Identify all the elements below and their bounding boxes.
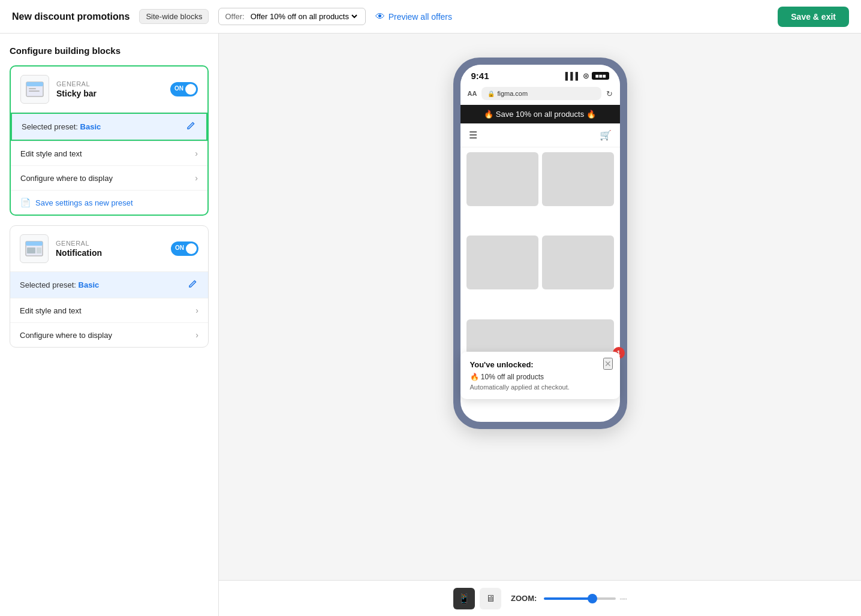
phone-app-header: ☰ 🛒 [460,123,620,147]
notification-close-button[interactable]: ✕ [603,358,613,370]
hamburger-icon: ☰ [469,129,477,141]
product-cell-3 [466,235,538,289]
notification-title: You've unlocked: [470,360,610,369]
site-wide-badge: Site-wide blocks [139,9,209,24]
edit-style-row-1[interactable]: Edit style and text › [11,141,207,165]
notification-category: GENERAL [56,240,164,247]
edit-style-label-2: Edit style and text [20,306,82,315]
zoom-slider-wrap: ····· [544,594,627,603]
preview-area: 9:41 ▌▌▌ ⊛ ■■■ AA 🔒 figma.com ↻ [219,34,861,616]
notification-icon [20,234,49,263]
sticky-bar-preset-label: Selected preset: Basic [22,122,101,131]
svg-rect-2 [29,88,36,89]
offer-select[interactable]: Offer 10% off on all products [248,11,359,22]
sticky-bar-toggle-wrap[interactable]: ON [170,82,198,96]
sticky-bar-icon [20,75,49,104]
sticky-bar-info: GENERAL Sticky bar [56,80,163,98]
sidebar-title: Configure building blocks [10,46,209,56]
chevron-icon-3: › [195,306,198,315]
notification-toggle[interactable]: ON [171,241,198,256]
signal-icon: ▌▌▌ [565,72,581,80]
main-layout: Configure building blocks GENERAL Sticky… [0,34,861,616]
sticky-bar-card: GENERAL Sticky bar ON Selected preset: B… [10,65,209,216]
notification-name: Notification [56,248,164,258]
chevron-icon-1: › [195,149,198,158]
svg-rect-3 [29,90,40,92]
wifi-icon: ⊛ [583,71,589,80]
configure-display-row-1[interactable]: Configure where to display › [11,165,207,190]
notification-subtitle: Automatically applied at checkout. [470,384,610,391]
refresh-icon: ↻ [606,89,613,98]
sidebar: Configure building blocks GENERAL Sticky… [0,34,219,616]
edit-preset-button-1[interactable] [185,120,197,134]
phone-mockup: 9:41 ▌▌▌ ⊛ ■■■ AA 🔒 figma.com ↻ [453,58,627,429]
mobile-view-button[interactable]: 📱 [453,588,475,609]
phone-sticky-bar: 🔥 Save 10% on all products 🔥 [460,105,620,123]
offer-select-wrap[interactable]: Offer: Offer 10% off on all products [218,8,365,25]
configure-display-label-2: Configure where to display [20,331,112,340]
sticky-bar-toggle[interactable]: ON [170,82,198,96]
preview-toolbar: 📱 🖥 ZOOM: ····· [219,580,861,616]
chevron-icon-2: › [195,173,198,183]
phone-browser-bar: AA 🔒 figma.com ↻ [460,84,620,105]
notification-preset-label: Selected preset: Basic [20,280,99,289]
notification-info: GENERAL Notification [56,240,164,258]
configure-display-label-1: Configure where to display [20,174,113,183]
save-exit-button[interactable]: Save & exit [778,7,849,27]
edit-preset-button-2[interactable] [186,278,198,292]
chevron-icon-4: › [195,330,198,340]
notification-discount: 🔥 10% off all products [470,373,610,381]
zoom-label: ZOOM: [511,594,537,603]
battery-icon: ■■■ [592,72,609,80]
eye-icon: 👁 [375,11,385,22]
product-cell-2 [542,152,614,206]
zoom-slider[interactable] [544,597,616,600]
phone-status-bar: 9:41 ▌▌▌ ⊛ ■■■ [460,65,620,84]
cart-icon: 🛒 [600,129,612,141]
svg-rect-7 [37,247,41,253]
svg-rect-6 [27,247,35,253]
browser-aa: AA [468,90,477,97]
browser-url-bar: 🔒 figma.com [481,87,601,100]
sticky-bar-category: GENERAL [56,80,163,87]
svg-rect-5 [26,241,43,246]
sticky-bar-preset-row: Selected preset: Basic [11,113,207,141]
svg-rect-1 [26,82,43,86]
product-cell-4 [542,235,614,289]
configure-display-row-2[interactable]: Configure where to display › [10,322,208,347]
save-preset-label-1: Save settings as new preset [35,198,133,207]
notification-header: GENERAL Notification ON [10,226,208,272]
save-preset-row-1[interactable]: 📄 Save settings as new preset [11,190,207,215]
preview-all-offers-link[interactable]: 👁 Preview all offers [375,11,452,22]
notification-preset-row: Selected preset: Basic [10,272,208,298]
lock-icon: 🔒 [487,90,495,97]
notification-overlay: 1 You've unlocked: 🔥 10% off all product… [460,352,620,399]
desktop-view-button[interactable]: 🖥 [480,588,501,609]
product-cell-1 [466,152,538,206]
notification-toggle-wrap[interactable]: ON [171,241,198,256]
notification-card: GENERAL Notification ON Selected preset:… [10,225,209,348]
notification-card-popup: You've unlocked: 🔥 10% off all products … [460,352,620,399]
status-icons: ▌▌▌ ⊛ ■■■ [565,71,609,80]
save-preset-icon-1: 📄 [20,198,31,207]
status-time: 9:41 [471,71,489,81]
sticky-bar-name: Sticky bar [56,89,163,98]
zoom-dots: ····· [619,594,627,603]
app-header: New discount promotions Site-wide blocks… [0,0,861,34]
edit-style-row-2[interactable]: Edit style and text › [10,298,208,322]
sticky-bar-header: GENERAL Sticky bar ON [11,67,207,113]
offer-label: Offer: [225,12,244,21]
page-title: New discount promotions [12,11,130,22]
edit-style-label-1: Edit style and text [20,149,82,158]
